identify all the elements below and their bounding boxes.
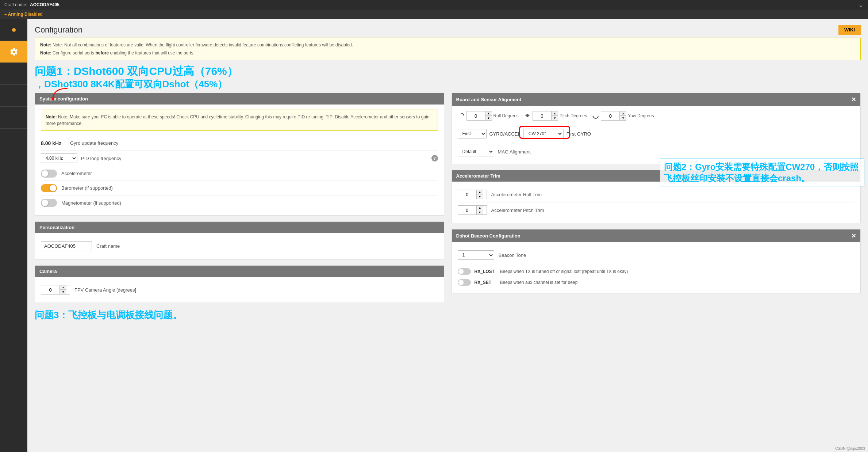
personalization-header: Personalization	[35, 222, 444, 233]
roll-up[interactable]: ▲	[485, 111, 492, 116]
pid-freq-label: PID loop frequency	[81, 156, 428, 161]
sidebar-item-4[interactable]	[0, 85, 27, 107]
board-sensor-close[interactable]: ✕	[851, 96, 856, 103]
pitch-up[interactable]: ▲	[552, 111, 558, 116]
notes-section: Note: Note: Not all combinations of feat…	[35, 38, 861, 60]
rx-lost-desc: Beeps when TX is turned off or signal lo…	[500, 269, 628, 274]
page-title: Configuration	[35, 25, 82, 35]
accelerometer-label: Accelerometer	[61, 171, 438, 176]
rx-set-knob	[458, 280, 464, 285]
pid-help-icon[interactable]: ?	[431, 155, 438, 162]
page-header: Configuration WIKI	[27, 19, 868, 38]
accel-pitch-row: ▲ ▼ Accelerometer Pitch Trim	[458, 202, 855, 218]
magnetometer-label: Magnetometer (if supported)	[61, 200, 438, 206]
rx-lost-toggle[interactable]	[458, 268, 471, 275]
fpv-angle-row: ▲ ▼ FPV Camera Angle [degrees]	[41, 282, 438, 297]
accel-trim-body: ▲ ▼ Accelerometer Roll Trim	[452, 182, 861, 223]
roll-icon	[458, 112, 465, 119]
chevron-down-icon[interactable]: ⌄	[858, 1, 864, 9]
fpv-angle-label: FPV Camera Angle [degrees]	[74, 287, 438, 293]
pid-freq-select[interactable]: 4.00 kHz 1.00 kHz 2.00 kHz 8.00 kHz	[41, 153, 77, 163]
rx-set-row: RX_SET Beeps when aux channel is set for…	[458, 277, 855, 288]
cw270-select[interactable]: CW 270° CW 0° CW 90° CW 180°	[523, 129, 564, 139]
rx-lost-name: RX_LOST	[475, 269, 496, 274]
fpv-angle-input: ▲ ▼	[41, 285, 70, 295]
pitch-value[interactable]	[533, 111, 551, 120]
toggle-knob-baro	[50, 185, 56, 191]
annotation-1-title: 问题1：DShot600 双向CPU过高（76%）	[35, 65, 861, 78]
rx-set-toggle[interactable]	[458, 279, 471, 286]
accel-roll-label: Accelerometer Roll Trim	[491, 192, 855, 197]
wiki-button[interactable]: WIKI	[838, 25, 861, 35]
accelerometer-toggle[interactable]	[41, 170, 57, 178]
accel-roll-value[interactable]	[458, 190, 476, 199]
annotation-1-area: 问题1：DShot600 双向CPU过高（76%） ，DShot300 8K4K…	[27, 65, 868, 91]
accel-pitch-input: ▲ ▼	[458, 205, 487, 215]
sidebar-item-config[interactable]	[0, 41, 27, 63]
mag-alignment-label: MAG Alignment	[498, 149, 531, 155]
system-config-body: Note: Note: Make sure your FC is able to…	[35, 105, 444, 215]
beacon-tone-row: 1 2 3 4 5 Beacon Tone	[458, 247, 855, 263]
fpv-down[interactable]: ▼	[60, 290, 66, 294]
fpv-up[interactable]: ▲	[60, 285, 66, 290]
annotation-3-area: 问题3：飞控板与电调板接线问题。	[27, 309, 868, 325]
roll-group: ▲ ▼ Roll Degrees	[458, 111, 519, 121]
csdn-badge: CSDN @dips2003	[835, 447, 865, 451]
dshot-beacon-body: 1 2 3 4 5 Beacon Tone	[452, 242, 861, 293]
annotation-1-sub: ，DShot300 8K4K配置可双向Dshot（45%）	[35, 78, 861, 91]
yaw-label: Yaw Degrees	[628, 113, 654, 118]
toggle-knob-mag	[42, 200, 48, 206]
sidebar-item-3[interactable]	[0, 63, 27, 85]
accel-pitch-down[interactable]: ▼	[477, 210, 483, 214]
note-2: Note: Configure serial ports before enab…	[40, 50, 855, 56]
pitch-down[interactable]: ▼	[552, 116, 558, 120]
gyro-freq-row: 8.00 kHz Gyro update frequency	[41, 136, 438, 151]
accel-pitch-value[interactable]	[458, 206, 476, 214]
gear-icon	[9, 48, 18, 56]
barometer-row: Barometer (if supported)	[41, 181, 438, 195]
yaw-down[interactable]: ▼	[620, 116, 626, 120]
roll-value[interactable]	[467, 111, 485, 120]
barometer-toggle[interactable]	[41, 184, 57, 192]
dshot-beacon-card: Dshot Beacon Configuration ✕ 1 2 3 4	[452, 229, 861, 293]
sidebar-item-5[interactable]	[0, 107, 27, 129]
sidebar-item-1[interactable]	[0, 19, 27, 41]
yaw-up[interactable]: ▲	[620, 111, 626, 116]
accel-pitch-up[interactable]: ▲	[477, 206, 483, 210]
pitch-group: ▲ ▼ Pitch Degrees	[524, 111, 587, 121]
yaw-steppers: ▲ ▼	[619, 111, 626, 120]
rx-lost-row: RX_LOST Beeps when TX is turned off or s…	[458, 266, 855, 277]
yaw-icon	[592, 112, 599, 119]
magnetometer-row: Magnetometer (if supported)	[41, 195, 438, 210]
roll-down[interactable]: ▼	[485, 116, 492, 120]
pitch-input: ▲ ▼	[533, 111, 558, 121]
pitch-steppers: ▲ ▼	[551, 111, 558, 120]
default-select[interactable]: Default CW 0° CW 90°	[458, 147, 494, 156]
system-config-header: System configuration	[35, 93, 444, 105]
dshot-beacon-close[interactable]: ✕	[851, 232, 856, 239]
accelerometer-row: Accelerometer	[41, 166, 438, 181]
camera-header: Camera	[35, 266, 444, 277]
craft-name-input[interactable]	[41, 241, 92, 251]
magnetometer-toggle[interactable]	[41, 199, 57, 207]
rx-set-name: RX_SET	[475, 280, 496, 285]
personalization-body: Craft name	[35, 233, 444, 259]
pitch-label: Pitch Degrees	[560, 113, 587, 118]
accel-pitch-steppers: ▲ ▼	[476, 206, 483, 214]
note-1: Note: Note: Not all combinations of feat…	[40, 42, 855, 48]
system-config-note: Note: Note: Make sure your FC is able to…	[41, 110, 438, 131]
mag-row: Default CW 0° CW 90° MAG Alignment	[458, 145, 855, 159]
fpv-angle-value[interactable]	[41, 285, 59, 294]
yaw-value[interactable]	[601, 111, 619, 120]
first-select[interactable]: First Second	[458, 129, 487, 138]
beacon-tone-select[interactable]: 1 2 3 4 5	[458, 250, 494, 260]
cw270-wrapper: CW 270° CW 0° CW 90° CW 180°	[523, 129, 564, 139]
red-arrow-1	[49, 87, 71, 101]
system-config-card: System configuration Note: Note: Make su…	[35, 93, 444, 216]
accel-roll-up[interactable]: ▲	[477, 190, 483, 194]
accel-roll-down[interactable]: ▼	[477, 194, 483, 199]
right-column: Board and Sensor Alignment ✕	[452, 93, 861, 309]
yaw-input: ▲ ▼	[601, 111, 626, 121]
accel-roll-steppers: ▲ ▼	[476, 190, 483, 199]
gyro-freq-value: 8.00 kHz	[41, 140, 70, 146]
